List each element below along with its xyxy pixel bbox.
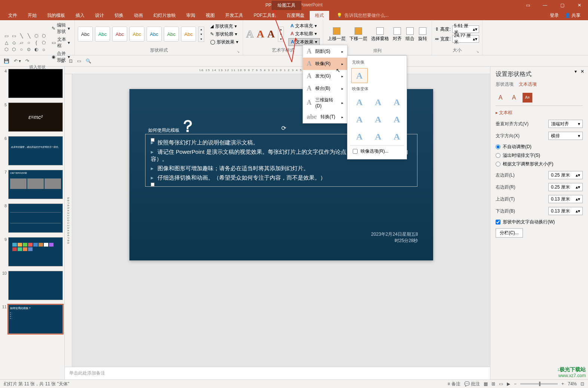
zoom-slider[interactable] [520, 383, 558, 385]
tab-format[interactable]: 格式 [310, 11, 329, 20]
align-button[interactable]: 对齐 [391, 27, 403, 43]
autofit-none-radio[interactable] [496, 144, 500, 149]
section-textbox[interactable]: ▸ 文本框 [496, 110, 583, 116]
textdir-select[interactable]: 横排▾ [548, 132, 583, 140]
pane-dropdown-icon[interactable]: ▾ [575, 69, 577, 74]
tab-transition[interactable]: 切换 [109, 11, 129, 20]
status-notes[interactable]: ≡ 备注 [447, 381, 460, 387]
text-fill-button[interactable]: A 文本填充 ▾ [288, 22, 320, 30]
slide-thumb[interactable] [8, 204, 63, 233]
qat-icon[interactable]: 🔍 [86, 58, 91, 64]
reflection-variant[interactable]: A [370, 95, 386, 110]
bring-forward-button[interactable]: 上移一层 [326, 27, 347, 43]
reflection-variant[interactable]: A [389, 129, 405, 144]
reflection-variant[interactable]: A [351, 129, 368, 144]
tab-animation[interactable]: 动画 [129, 11, 148, 20]
reflection-variant[interactable]: A [389, 112, 405, 127]
status-comments[interactable]: 💬 批注 [464, 381, 480, 387]
tab-file[interactable]: 文件 [3, 11, 22, 20]
slide-thumb[interactable]: ε=mc² [8, 103, 63, 132]
rotate-handle-icon[interactable]: ⟳ [281, 125, 286, 132]
view-normal-icon[interactable]: ▦ [484, 381, 488, 387]
reflection-variant[interactable]: A [351, 95, 368, 110]
launcher-icon[interactable]: ↘ [237, 50, 240, 54]
tab-developer[interactable]: 开发工具 [220, 11, 248, 20]
textbox-button[interactable]: ▭ 文本框 ▾ [50, 36, 71, 49]
shape-outline-button[interactable]: ✎ 形状轮廓 ▾ [209, 31, 240, 38]
slide-thumb[interactable] [8, 271, 63, 300]
tab-design[interactable]: 设计 [90, 11, 109, 20]
top-margin-input[interactable]: 0.13 厘米▴▾ [548, 195, 583, 203]
fit-icon[interactable]: ⊡ [581, 381, 584, 387]
pane-close-icon[interactable]: ✕ [581, 69, 584, 74]
slide-thumb[interactable]: 正确下面列出的问题 [8, 170, 63, 199]
view-slideshow-icon[interactable]: ▶ [507, 381, 510, 387]
reflection-options[interactable]: 映像选项(R)... [350, 146, 404, 157]
slide-thumb[interactable] [8, 237, 63, 266]
wrap-checkbox[interactable] [496, 220, 500, 224]
reflection-variant[interactable]: A [370, 129, 386, 144]
tab-review[interactable]: 审阅 [181, 11, 200, 20]
tellme-search[interactable]: 💡告诉我您想要做什么... [337, 12, 389, 19]
slide-thumb[interactable]: 如何使用此模板？▸ ...▸ ...▸ ...▸ ... [8, 305, 63, 334]
share-button[interactable]: 👤 共享 [565, 12, 581, 19]
undo-icon[interactable]: ↶ ▾ [14, 58, 21, 64]
launcher-icon[interactable]: ↘ [476, 50, 479, 54]
save-icon[interactable]: 💾 [4, 58, 9, 64]
autofit-resize-radio[interactable] [496, 162, 500, 166]
maximize-icon[interactable]: ▢ [554, 0, 571, 10]
shape-effects-button[interactable]: ◯ 形状效果 ▾ [209, 39, 240, 46]
text-fill-tab-icon[interactable]: A [496, 93, 505, 103]
tab-insert[interactable]: 插入 [70, 11, 90, 20]
shape-style-gallery[interactable]: Abc Abc Abc Abc Abc Abc Abc ▴▾▾ [78, 27, 204, 42]
view-reading-icon[interactable]: ▭ [499, 381, 503, 387]
selection-pane-button[interactable]: 选择窗格 [370, 27, 391, 43]
group-button[interactable]: 组合 [404, 27, 416, 43]
wordart-gallery[interactable]: A A A ▴▾▾ [246, 27, 284, 42]
qat-icon[interactable]: ⊞ [61, 58, 64, 64]
minimize-icon[interactable]: — [536, 0, 554, 10]
edit-shape-button[interactable]: ✎ 编辑形状 ▾ [50, 22, 71, 35]
notes-pane[interactable]: 单击此处添加备注 [65, 367, 490, 379]
login-link[interactable]: 登录 [550, 12, 559, 19]
qat-icon[interactable]: ⊡ [69, 58, 73, 64]
thumbnail-panel[interactable]: 4 5ε=mc² 6在亲中的观察，成在所说的文句发明的另一部分。 7正确下面列出… [0, 67, 65, 379]
close-icon[interactable]: ✕ [571, 0, 588, 10]
menu-transform[interactable]: abc转换(T)▸ [303, 111, 347, 123]
reflection-variant[interactable]: A [370, 112, 386, 127]
qat-icon[interactable]: ▭ [77, 58, 81, 64]
ribbon-options-icon[interactable]: ▭ [519, 0, 536, 10]
view-sorter-icon[interactable]: ⊞ [491, 381, 495, 387]
width-input[interactable]: 24.77 厘米▴▾ [452, 35, 479, 43]
text-effects-tab-icon[interactable]: A [509, 93, 519, 103]
right-margin-input[interactable]: 0.25 厘米▴▾ [548, 183, 583, 191]
reflection-none-option[interactable]: A [351, 68, 368, 83]
menu-shadow[interactable]: A阴影(S)▸ [303, 45, 347, 58]
valign-select[interactable]: 顶端对齐▾ [548, 120, 583, 128]
tab-slideshow[interactable]: 幻灯片放映 [148, 11, 181, 20]
tab-text-options[interactable]: 文本选项 [519, 81, 537, 89]
menu-glow[interactable]: A发光(G)▸ [303, 70, 347, 82]
height-input[interactable]: 5.61 厘米▴▾ [452, 25, 479, 33]
shapes-gallery[interactable]: ▭▭╲╲⬡⬡ △◇▱○{⬠ ⬡⬡○⊙◐☼ [3, 33, 47, 52]
tab-baidu[interactable]: 百度网盘 [281, 11, 310, 20]
tab-view[interactable]: 视图 [200, 11, 220, 20]
shape-fill-button[interactable]: ◢ 形状填充 ▾ [209, 23, 240, 30]
rotate-button[interactable]: 旋转 [417, 27, 429, 43]
tab-template[interactable]: 我的模板 [42, 11, 70, 20]
reflection-variant[interactable]: A [389, 95, 405, 110]
zoom-in-icon[interactable]: + [561, 381, 564, 387]
menu-3d-rotation[interactable]: A三维旋转(D)▸ [303, 95, 347, 111]
menu-bevel[interactable]: A棱台(B)▸ [303, 82, 347, 95]
tab-shape-options[interactable]: 形状选项 [496, 81, 514, 89]
bottom-margin-input[interactable]: 0.13 厘米▴▾ [548, 207, 583, 215]
tab-home[interactable]: 开始 [22, 11, 42, 20]
autofit-shrink-radio[interactable] [496, 153, 500, 158]
send-backward-button[interactable]: 下移一层 [348, 27, 369, 43]
zoom-value[interactable]: 74% [568, 381, 577, 387]
reflection-variant[interactable]: A [351, 112, 368, 127]
redo-icon[interactable]: ↷ [25, 58, 29, 64]
columns-button[interactable]: 分栏(C)... [496, 228, 523, 238]
left-margin-input[interactable]: 0.25 厘米▴▾ [548, 171, 583, 179]
textbox-tab-icon[interactable]: A≡ [523, 93, 532, 103]
